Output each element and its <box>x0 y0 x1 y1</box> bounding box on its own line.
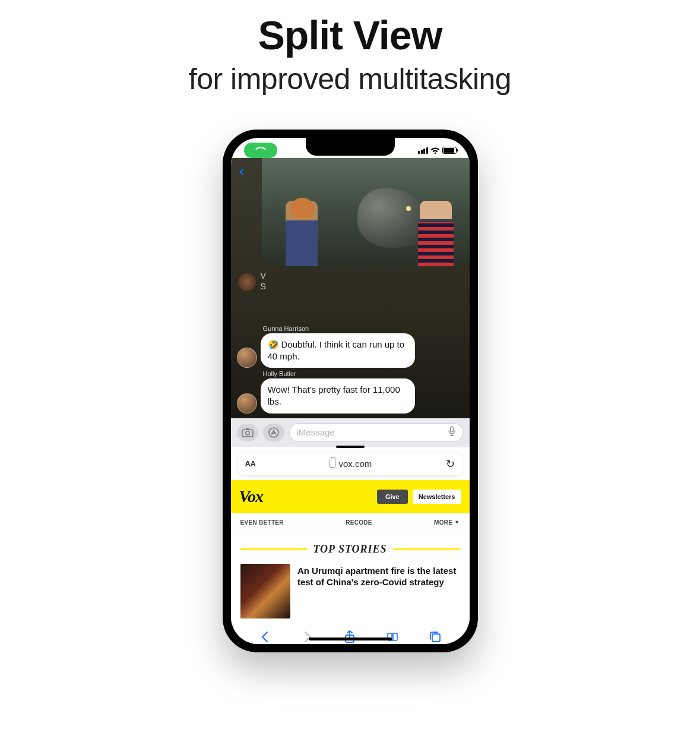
camera-icon <box>242 428 254 437</box>
nav-forward-button <box>300 630 315 644</box>
accent-line <box>393 548 460 550</box>
status-right <box>418 147 457 154</box>
url-display[interactable]: vox.com <box>330 459 372 469</box>
mic-icon[interactable] <box>448 426 456 438</box>
messages-body[interactable]: ‹ V S Gunna Harrison <box>231 158 470 418</box>
camera-button[interactable] <box>237 424 258 441</box>
divider-handle[interactable] <box>336 446 365 448</box>
typing-line-1: V <box>261 271 266 280</box>
svg-point-1 <box>245 431 249 434</box>
message-row: Wow! That's pretty fast for 11,000 lbs. <box>237 378 464 414</box>
message-text: Wow! That's pretty fast for 11,000 lbs. <box>268 384 400 406</box>
hero-title: Split View <box>258 12 442 58</box>
nav-recode[interactable]: RECODE <box>346 519 372 526</box>
newsletters-button[interactable]: Newsletters <box>413 490 461 504</box>
nav-more[interactable]: MORE▼ <box>434 519 460 526</box>
sender-name: Holly Butler <box>263 370 464 377</box>
avatar <box>237 348 257 368</box>
app-store-icon <box>268 427 279 438</box>
apps-button[interactable] <box>263 424 284 441</box>
chevron-down-icon: ▼ <box>454 519 460 525</box>
signal-bars-icon <box>418 147 428 154</box>
wifi-icon <box>430 147 440 154</box>
typing-line-2: S <box>261 282 266 291</box>
share-button[interactable] <box>343 630 357 644</box>
svg-rect-6 <box>432 634 440 642</box>
back-chevron-icon[interactable]: ‹ <box>239 162 245 181</box>
url-bar[interactable]: AA vox.com ↻ <box>238 453 463 475</box>
story-title: An Urumqi apartment fire is the latest t… <box>297 564 460 618</box>
message-bubble[interactable]: Wow! That's pretty fast for 11,000 lbs. <box>261 378 415 414</box>
url-text: vox.com <box>338 459 372 469</box>
app-messages: ‹ V S Gunna Harrison <box>231 158 470 447</box>
story-thumbnail <box>240 564 290 618</box>
top-stories-header: TOP STORIES <box>231 532 470 559</box>
vox-header: Vox Give Newsletters <box>231 480 470 513</box>
tabs-button[interactable] <box>428 630 442 644</box>
hero-subtitle: for improved multitasking <box>189 62 511 96</box>
call-status-pill[interactable] <box>244 143 277 158</box>
person-2 <box>420 201 452 266</box>
home-indicator[interactable] <box>309 638 392 640</box>
lock-icon <box>330 460 335 468</box>
sender-name: Gunna Harrison <box>263 325 464 332</box>
safari-toolbar <box>231 623 470 644</box>
vox-nav: EVEN BETTER RECODE MORE▼ <box>231 513 470 532</box>
input-placeholder: iMessage <box>297 427 335 437</box>
app-safari: AA vox.com ↻ Vox Give Newsletters EVEN B… <box>231 447 470 644</box>
battery-icon <box>442 147 457 154</box>
avatar <box>238 273 256 291</box>
vox-logo[interactable]: Vox <box>239 487 264 506</box>
story-item[interactable]: An Urumqi apartment fire is the latest t… <box>231 559 470 623</box>
screen: ‹ V S Gunna Harrison <box>231 138 470 644</box>
message-thread[interactable]: Gunna Harrison 🤣Doubtful. I think it can… <box>231 319 470 418</box>
reader-aa-button[interactable]: AA <box>245 459 256 468</box>
message-bubble[interactable]: 🤣Doubtful. I think it can run up to 40 m… <box>261 333 415 368</box>
emoji-icon: 🤣 <box>268 339 279 349</box>
give-button[interactable]: Give <box>377 490 408 504</box>
avatar <box>237 393 257 414</box>
bookmarks-button[interactable] <box>385 630 400 644</box>
typing-indicator: V S <box>238 271 266 291</box>
message-input[interactable]: iMessage <box>289 423 464 442</box>
nav-back-button[interactable] <box>258 630 272 644</box>
compose-bar: iMessage <box>231 418 470 447</box>
svg-rect-0 <box>242 430 253 437</box>
top-stories-label: TOP STORIES <box>313 543 387 556</box>
nav-even-better[interactable]: EVEN BETTER <box>240 519 284 526</box>
message-text: Doubtful. I think it can run up to 40 mp… <box>268 339 405 361</box>
picture-in-picture-video[interactable] <box>262 158 470 266</box>
reload-icon[interactable]: ↻ <box>446 457 455 471</box>
svg-rect-4 <box>450 427 453 432</box>
notch <box>306 138 395 156</box>
svg-rect-2 <box>246 428 249 430</box>
accent-line <box>240 548 308 550</box>
iphone-frame: ‹ V S Gunna Harrison <box>223 130 478 652</box>
video-scene <box>262 158 470 266</box>
message-row: 🤣Doubtful. I think it can run up to 40 m… <box>237 333 464 368</box>
person-1 <box>286 201 318 266</box>
